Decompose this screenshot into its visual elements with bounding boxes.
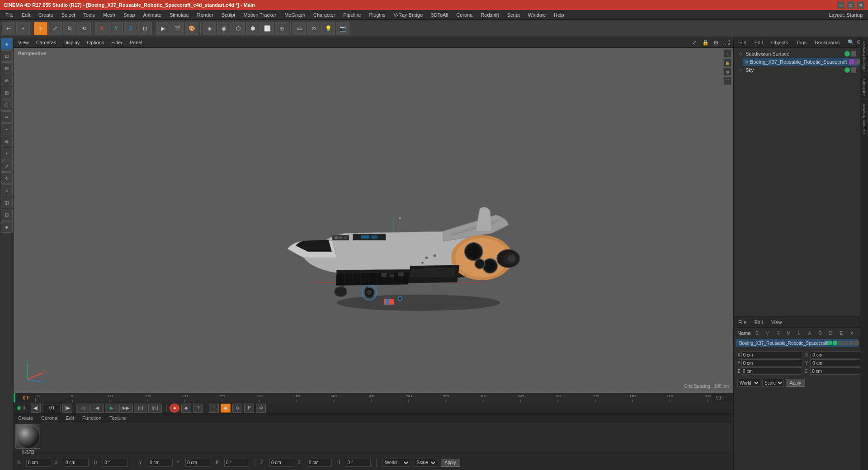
material-thumbnail[interactable] <box>15 424 40 449</box>
menu-render[interactable]: Render <box>193 11 217 19</box>
motion-btn[interactable]: ⊙ <box>232 404 242 413</box>
menu-pipeline[interactable]: Pipeline <box>340 11 364 19</box>
light-button[interactable]: 💡 <box>321 22 335 35</box>
menu-create[interactable]: Create <box>35 11 57 19</box>
vp-fit-icon[interactable]: ⤢ <box>690 38 699 47</box>
z-axis-button[interactable]: Z <box>124 22 137 35</box>
menu-select[interactable]: Select <box>58 11 79 19</box>
menu-redshift[interactable]: Redshift <box>477 11 502 19</box>
tool-magnet[interactable]: ⊗ <box>1 136 13 147</box>
y-position-input[interactable] <box>148 459 173 467</box>
attr-edit[interactable]: Edit <box>752 319 766 326</box>
preview-btn[interactable]: P <box>244 404 254 413</box>
obj-objects[interactable]: Objects <box>769 39 791 46</box>
attr-y-pos[interactable] <box>741 359 802 367</box>
add-track-btn[interactable]: + <box>209 404 219 413</box>
mat-edit[interactable]: Edit <box>63 414 77 422</box>
viewport-3d[interactable]: Perspective Grid Spacing : 100 cm X Y Z … <box>14 48 733 393</box>
menu-script[interactable]: Script <box>504 11 524 19</box>
material-item[interactable]: X-37B <box>15 424 40 455</box>
vp-nav-view[interactable]: View <box>15 39 32 46</box>
obj-dot-render-sky[interactable] <box>851 67 856 73</box>
menu-help[interactable]: Help <box>550 11 568 19</box>
obj-bookmarks[interactable]: Bookmarks <box>812 39 842 46</box>
loop-end-btn[interactable]: |▷| <box>148 404 162 413</box>
vp-nav-display[interactable]: Display <box>61 39 82 46</box>
apply-button[interactable]: Apply <box>441 459 460 467</box>
attr-apply-button[interactable]: Apply <box>786 379 805 387</box>
minimize-button[interactable]: ─ <box>837 1 844 9</box>
render-settings-button[interactable]: 🎬 <box>170 22 184 35</box>
y-rotation-input[interactable] <box>185 459 210 467</box>
tool-paint[interactable]: ◈ <box>1 221 13 233</box>
scale-dropdown[interactable]: Scale <box>762 379 784 387</box>
point-mode-button[interactable]: ⬜ <box>260 22 274 35</box>
tool-extrude[interactable]: ⊿ <box>1 184 13 196</box>
maximize-button[interactable]: □ <box>847 1 854 9</box>
x-rotation-input[interactable] <box>64 459 89 467</box>
obj-dot-vis-boeing[interactable] <box>849 59 854 65</box>
attr-x-rot[interactable] <box>811 351 860 358</box>
menu-simulate[interactable]: Simulate <box>166 11 193 19</box>
transform-button[interactable]: ⟲ <box>77 22 91 35</box>
polygon-mode-button[interactable]: ⬡ <box>231 22 245 35</box>
attr-y-rot[interactable] <box>811 359 860 367</box>
tool-move[interactable]: ✛ <box>1 148 13 160</box>
b-input[interactable] <box>346 459 371 467</box>
menu-mesh[interactable]: Mesh <box>99 11 119 19</box>
tool-knife[interactable]: ⌁ <box>1 123 13 135</box>
attr-view[interactable]: View <box>769 319 785 326</box>
vp-mode-2[interactable]: 🔒 <box>723 59 731 67</box>
y-axis-button[interactable]: Y <box>109 22 123 35</box>
sky-button[interactable]: ⊙ <box>307 22 321 35</box>
tool-edge[interactable]: ⊞ <box>1 87 13 99</box>
selected-object-row[interactable]: Boeing_X37_Reusable_Robotic_Spacecraft <box>736 339 858 347</box>
tool-bridge[interactable]: ⊟ <box>1 209 13 221</box>
menu-vray[interactable]: V-Ray Bridge <box>390 11 427 19</box>
tool-poly[interactable]: ⬡ <box>1 99 13 111</box>
tool-brush[interactable]: ✏ <box>1 111 13 123</box>
tool-texture[interactable]: ⊡ <box>1 50 13 62</box>
vp-mode-4[interactable]: ⛶ <box>723 77 731 85</box>
h-input[interactable] <box>103 459 127 467</box>
menu-tools[interactable]: Tools <box>80 11 99 19</box>
obj-edit[interactable]: Edit <box>752 39 766 46</box>
undo-button[interactable]: ↩ <box>2 22 15 35</box>
menu-character[interactable]: Character <box>310 11 339 19</box>
menu-sculpt[interactable]: Sculpt <box>218 11 239 19</box>
tool-model[interactable]: ◈ <box>1 38 13 50</box>
menu-mograph[interactable]: MoGraph <box>281 11 309 19</box>
mat-function[interactable]: Function <box>80 414 104 422</box>
object-mode-button[interactable]: ◈ <box>203 22 216 35</box>
mat-corona[interactable]: Corona <box>38 414 60 422</box>
tool-rotate[interactable]: ↻ <box>1 172 13 184</box>
tab-objects-browser[interactable]: Objects Browser <box>861 37 868 75</box>
p-input[interactable] <box>224 459 249 467</box>
frame-input[interactable] <box>42 404 61 412</box>
tool-uv[interactable]: ⊟ <box>1 62 13 74</box>
move-tool-button[interactable]: ✛ <box>34 22 47 35</box>
keyframe-btn[interactable]: ◆ <box>181 404 191 413</box>
search-icon[interactable]: 🔍 <box>848 38 854 47</box>
step-forward-btn[interactable]: ▶▶ <box>119 404 133 413</box>
menu-window[interactable]: Window <box>524 11 549 19</box>
tab-content-browser[interactable]: Content Browser <box>861 99 868 137</box>
close-button[interactable]: ✕ <box>857 1 864 9</box>
render-button[interactable]: 🎨 <box>185 22 198 35</box>
attr-x-pos[interactable] <box>741 351 802 358</box>
vp-mode-3[interactable]: ⊞ <box>723 68 731 76</box>
play-btn[interactable]: ▶ <box>105 404 118 413</box>
attr-z-rot[interactable] <box>810 367 860 375</box>
uv-mode-button[interactable]: ⊞ <box>275 22 288 35</box>
menu-motion-tracker[interactable]: Motion Tracker <box>240 11 280 19</box>
vp-grid-icon[interactable]: ⊞ <box>712 38 721 47</box>
attr-file[interactable]: File <box>736 319 749 326</box>
frame-back-btn[interactable]: ◀| <box>31 404 41 413</box>
lock-button[interactable]: ⊡ <box>138 22 152 35</box>
tool-point[interactable]: ⊕ <box>1 75 13 86</box>
world-dropdown[interactable]: World Object <box>737 379 760 387</box>
frame-forward-btn[interactable]: |▶ <box>62 404 72 413</box>
timeline-settings-btn[interactable]: ⚙ <box>256 404 266 413</box>
vp-lock-icon[interactable]: 🔒 <box>701 38 710 47</box>
texture-mode-button[interactable]: ◉ <box>217 22 231 35</box>
